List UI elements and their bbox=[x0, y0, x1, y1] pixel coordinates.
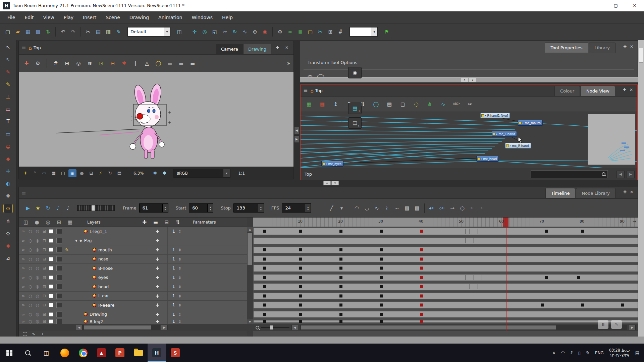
track-row[interactable] bbox=[253, 255, 638, 264]
keyframe[interactable] bbox=[380, 257, 383, 260]
screen-recorder-taskbar-button[interactable]: S bbox=[166, 344, 184, 362]
current-layer-l-button[interactable]: ▤L bbox=[348, 103, 362, 114]
layer-row-peg[interactable]: ∞○◎⊟▼◆Peg✚ bbox=[19, 236, 247, 246]
keyframe[interactable] bbox=[339, 257, 342, 260]
undo-icon[interactable]: ↶ bbox=[59, 27, 67, 36]
keyframe[interactable] bbox=[339, 294, 342, 297]
show-all-layers-button[interactable]: ◉ bbox=[348, 67, 362, 78]
keyframe[interactable] bbox=[339, 320, 342, 323]
keyframe[interactable] bbox=[263, 267, 266, 270]
frame-ruler[interactable]: ⇥ 102030405060708090 bbox=[253, 218, 638, 227]
parameter-spinner[interactable]: ▲▼ bbox=[179, 248, 181, 252]
menu-insert[interactable]: Insert bbox=[78, 12, 101, 23]
ink-tool-icon[interactable]: ◆ bbox=[4, 155, 12, 163]
keyframe[interactable] bbox=[380, 276, 383, 279]
create-cycle-icon[interactable]: ▨ bbox=[413, 204, 421, 213]
row-loop-icon[interactable]: ∞ bbox=[21, 303, 25, 307]
loop-icon[interactable]: ↻ bbox=[44, 204, 52, 213]
layer-name[interactable]: L-leg1_1 bbox=[84, 227, 107, 236]
flat-view-icon[interactable]: ▭ bbox=[40, 169, 48, 177]
dashed-lines-icon[interactable]: ∥ bbox=[131, 59, 140, 68]
keyframe-red[interactable] bbox=[420, 294, 423, 297]
keyframe[interactable] bbox=[545, 230, 548, 233]
track-row[interactable] bbox=[253, 245, 638, 255]
keyframe[interactable] bbox=[581, 230, 584, 233]
language-indicator[interactable]: ENG bbox=[595, 351, 604, 355]
keyframe[interactable] bbox=[263, 248, 266, 251]
row-onion-icon[interactable]: ◎ bbox=[36, 238, 39, 243]
horizontal-splitter-2[interactable]: ∧ ∨ bbox=[300, 180, 638, 187]
layer-row-nose[interactable]: ∞○◎⊟nose✚1▲▼ bbox=[19, 255, 247, 264]
keyframe[interactable] bbox=[299, 313, 302, 316]
layer-thumbnail-toggle[interactable] bbox=[56, 302, 62, 308]
checker-red-icon[interactable]: ▦ bbox=[318, 100, 327, 109]
keyframe[interactable] bbox=[263, 313, 266, 316]
kf-remove-icon[interactable]: ◇KF bbox=[438, 204, 446, 213]
powerpoint-taskbar-button[interactable]: P bbox=[111, 344, 129, 362]
keyframe[interactable] bbox=[263, 276, 266, 279]
kf-add-icon[interactable]: ◆KF bbox=[428, 204, 436, 213]
tab-node-view[interactable]: Node View bbox=[581, 86, 615, 96]
render-gear-1-icon[interactable]: ✱ bbox=[151, 169, 159, 177]
node-view-minimap[interactable] bbox=[588, 114, 635, 165]
keyframe[interactable] bbox=[380, 285, 383, 288]
onion-prev-2-icon[interactable]: ▬ bbox=[165, 59, 174, 68]
layer-name[interactable]: B-nose bbox=[93, 264, 113, 273]
layer-name[interactable]: mouth bbox=[93, 245, 112, 254]
row-lock-icon[interactable]: ⊟ bbox=[43, 294, 46, 298]
keyframe[interactable] bbox=[339, 267, 342, 270]
node-mc-l-hand[interactable]: ▸mc_L-hand bbox=[492, 131, 517, 137]
pencil-tool-icon[interactable]: ✎ bbox=[4, 80, 12, 89]
add-layer-icon[interactable]: ✚ bbox=[140, 218, 149, 227]
keyframe[interactable] bbox=[380, 230, 383, 233]
scroll-down-icon[interactable]: ▼ bbox=[247, 319, 253, 324]
track-row[interactable] bbox=[253, 282, 638, 292]
keyframe[interactable] bbox=[339, 248, 342, 251]
paint-tool-icon[interactable]: ◒ bbox=[4, 142, 12, 151]
remove-stitch-icon[interactable]: ✱ bbox=[120, 59, 128, 68]
row-loop-icon[interactable]: ∞ bbox=[21, 275, 25, 280]
expand-triangle-icon[interactable]: ▼ bbox=[75, 239, 77, 242]
layer-visibility-checkbox[interactable] bbox=[49, 312, 53, 316]
row-onion-icon[interactable]: ◎ bbox=[36, 312, 39, 317]
select-bbox-icon[interactable]: ▢ bbox=[306, 27, 315, 36]
show-connections-icon[interactable]: ⊸ bbox=[448, 204, 457, 213]
kf-next-icon[interactable]: KF bbox=[478, 204, 487, 213]
keyframe[interactable] bbox=[380, 313, 383, 316]
colorspace-dropdown[interactable]: sRGB ▾ bbox=[173, 169, 230, 178]
keyframe[interactable] bbox=[263, 320, 266, 323]
hook-tool-icon[interactable]: ⊙ bbox=[4, 204, 12, 213]
toolbar-overflow-icon[interactable]: » bbox=[287, 60, 290, 66]
colorspace-dropdown-arrow-icon[interactable]: ▾ bbox=[223, 169, 230, 177]
row-ghost-icon[interactable]: ○ bbox=[29, 247, 32, 252]
menu-view[interactable]: View bbox=[39, 12, 59, 23]
row-loop-icon[interactable]: ∞ bbox=[21, 257, 25, 261]
menu-animation[interactable]: Animation bbox=[154, 12, 187, 23]
layer-row-l-leg1_1[interactable]: ∞○◎⊟L-leg1_1✚1▲▼ bbox=[19, 227, 247, 236]
track-row[interactable] bbox=[253, 227, 638, 236]
keyframe[interactable] bbox=[339, 304, 342, 307]
device-icon[interactable]: ▯ bbox=[578, 350, 581, 355]
layer-visibility-checkbox[interactable] bbox=[49, 229, 53, 234]
onion-range-icon[interactable]: ≋ bbox=[86, 59, 94, 68]
add-parameter-button[interactable]: ✚ bbox=[156, 229, 159, 234]
close-view-button[interactable]: ✕ bbox=[283, 45, 290, 50]
ease-curve-1-icon[interactable]: ◠ bbox=[352, 204, 361, 213]
layer-name[interactable]: eyes bbox=[93, 273, 108, 282]
tool-presets-icon[interactable]: ⚙ bbox=[276, 27, 284, 36]
timeline-zoom-icon[interactable] bbox=[256, 326, 259, 329]
layer-name[interactable]: R-eeare bbox=[93, 301, 114, 310]
forward-arrow-icon[interactable]: → bbox=[40, 331, 43, 336]
node-mc-r-hand[interactable]: ▸mc_R-hand bbox=[505, 143, 531, 148]
strip-thumb[interactable] bbox=[639, 48, 643, 63]
delete-layer-icon[interactable]: ▬ bbox=[151, 218, 160, 227]
light-table-icon[interactable]: △ bbox=[143, 59, 151, 68]
parameter-spinner[interactable]: ▲▼ bbox=[179, 257, 181, 261]
add-parameter-button[interactable]: ✚ bbox=[156, 284, 159, 289]
collapsed-panel-strip[interactable] bbox=[638, 40, 644, 337]
timeline-zoom-slider[interactable] bbox=[261, 327, 289, 328]
waveform-icon[interactable]: ∿ bbox=[439, 100, 447, 109]
render-preview-icon[interactable]: ● bbox=[78, 169, 86, 177]
row-onion-icon[interactable]: ◎ bbox=[36, 284, 39, 289]
grid-toggle-icon[interactable]: ▦ bbox=[50, 169, 58, 177]
